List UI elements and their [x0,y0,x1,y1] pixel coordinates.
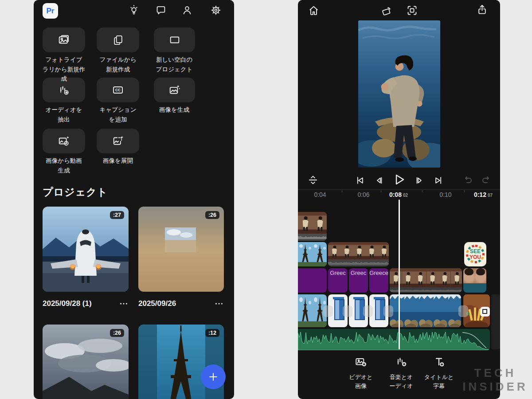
blank-project-icon [168,34,181,46]
plus-icon [207,371,219,383]
project-date: 2025/09/26 [138,299,176,308]
transition-handle[interactable] [458,305,468,317]
image-expand-icon [112,135,124,147]
action-label: オーディオを抽出 [45,105,83,124]
audio-extract-icon [58,84,70,96]
settings-gear-icon[interactable] [210,4,222,16]
action-new-blank-project[interactable] [154,27,195,52]
home-screen-panel: Pr CC [34,0,234,399]
text-clip-greece-2[interactable]: Greec [349,268,368,293]
frame-forward-button[interactable] [414,175,425,186]
project-meta-row: 2025/09/26 [138,298,224,309]
project-card-airplane[interactable]: :27 [43,207,129,292]
captions-cc-icon: CC [112,84,124,96]
audio-track-clip[interactable] [298,329,490,350]
skip-to-start-button[interactable] [354,175,366,186]
action-label: キャプションを追加 [97,105,139,124]
face-thumb [475,268,486,283]
photo-library-icon [58,34,70,46]
project-date: 2025/09/28 (1) [43,299,92,308]
svg-text:CC: CC [115,88,121,92]
project-duration-badge: :26 [110,329,124,337]
editor-screen-panel: 0:04 0:06 0:0802 0:10 0:1207 SEEYOU Gree… [298,0,500,399]
project-duration-badge: :26 [205,211,219,219]
sticker-clip-see-you[interactable]: SEEYOU [464,242,486,266]
toolbar-label: タイトルと字幕 [423,373,454,390]
image-to-video-icon [58,135,70,147]
project-card-clouds[interactable]: :26 [43,325,129,399]
transition-handle[interactable] [383,305,393,317]
eiffel-video-clip-main[interactable] [298,294,327,327]
playhead[interactable] [399,200,400,349]
home-icon[interactable] [308,4,320,16]
walking-video-clip-2[interactable] [390,268,462,293]
add-music-audio-button[interactable]: 音楽とオーディオ [381,356,421,390]
timeline-end-zone [491,294,500,349]
expand-tracks-icon[interactable] [307,174,319,186]
transition-handle[interactable] [363,305,373,317]
action-expand-image[interactable] [97,129,139,153]
face-thumb [463,268,475,283]
more-menu-icon[interactable] [119,299,129,309]
premiere-app-logo: Pr [43,3,58,19]
add-text-icon [433,356,445,368]
walking-video-clip[interactable] [328,242,389,266]
undo-button[interactable] [462,175,473,186]
action-new-from-photo-library[interactable] [43,27,85,52]
ruler-label-current: 0:0802 [389,191,408,198]
rotate-canvas-icon[interactable] [380,5,392,17]
action-label: 画像を展開 [92,156,144,166]
image-sparkle-icon [168,84,181,96]
create-project-fab[interactable] [201,364,226,389]
underwater-video-clip[interactable] [390,294,461,327]
files-copy-icon [112,34,124,46]
picture-in-picture-indicator-icon[interactable] [480,307,490,317]
ruler-label-end: 0:1207 [474,191,493,198]
action-label: ファイルから新規作成 [97,55,139,74]
toolbar-label: 音楽とオーディオ [388,373,415,390]
add-titles-captions-button[interactable]: タイトルと字幕 [419,356,459,390]
ruler-label: 0:06 [357,191,369,198]
transition-handle[interactable] [323,305,333,317]
action-image-to-video[interactable] [43,129,85,153]
add-audio-icon [395,356,407,368]
action-label: フォトライブラリから新規作成 [43,55,85,84]
transition-handle[interactable] [343,305,352,317]
ruler-label: 0:10 [439,191,451,198]
project-duration-badge: :27 [110,211,124,219]
text-clip-greece-1[interactable]: Greec [328,268,348,293]
account-person-icon[interactable] [181,4,193,16]
add-media-icon [355,356,367,368]
video-preview-canvas[interactable] [358,20,440,168]
eiffel-video-clip-track2[interactable] [298,242,327,266]
toolbar-label: ビデオと画像 [348,373,373,390]
add-video-image-button[interactable]: ビデオと画像 [341,356,381,390]
feedback-chat-icon[interactable] [155,4,167,16]
ruler-label: 0:04 [314,191,326,198]
frame-back-button[interactable] [373,175,385,186]
selfie-video-clip[interactable] [463,268,486,293]
action-label: 画像から動画生成 [45,156,83,175]
project-meta-row: 2025/09/28 (1) [43,298,129,309]
project-duration-badge: :12 [205,329,219,337]
text-clip-blank[interactable] [298,268,327,293]
action-generate-image[interactable] [154,78,195,102]
action-label: 画像を生成 [148,105,200,115]
tech-insider-watermark: TECH INSIDER [462,366,528,394]
text-clip-greece-3[interactable]: Greece [369,268,388,293]
timeline-ruler[interactable] [298,189,500,190]
ideas-lightbulb-icon[interactable] [128,4,140,16]
projects-section-title: プロジェクト [43,185,108,199]
action-new-from-files[interactable] [97,27,139,52]
fullscreen-frame-icon[interactable] [406,4,418,16]
project-card-desert[interactable]: :26 [138,207,224,292]
play-button[interactable] [391,172,407,187]
action-add-captions[interactable]: CC [97,78,139,102]
overlay-video-clip[interactable] [298,212,327,241]
skip-to-end-button[interactable] [433,175,444,186]
share-export-icon[interactable] [476,4,488,16]
redo-button[interactable] [481,175,492,186]
more-menu-icon[interactable] [214,299,224,309]
action-label: 新しい空白のプロジェクト [155,55,193,74]
